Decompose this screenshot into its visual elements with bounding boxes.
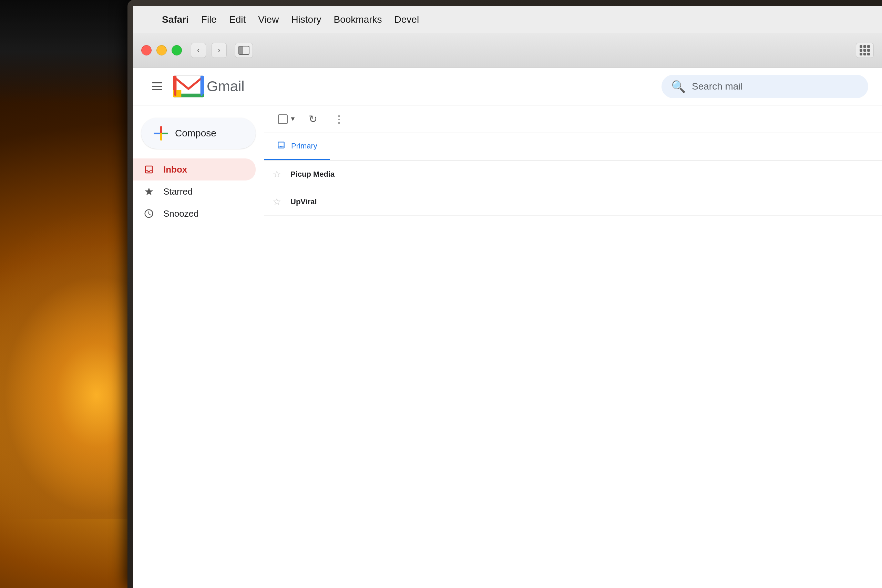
more-options-button[interactable]: ⋮ (330, 110, 348, 128)
email-sender: UpViral (291, 197, 387, 206)
compose-label: Compose (175, 128, 216, 139)
gmail-tabs: Primary (264, 133, 882, 160)
starred-icon: ★ (142, 185, 155, 198)
forward-icon: › (218, 46, 220, 55)
sidebar-item-snoozed[interactable]: Snoozed (133, 202, 256, 225)
menubar-bookmarks[interactable]: Bookmarks (328, 12, 388, 27)
sidebar-item-starred[interactable]: ★ Starred (133, 180, 256, 202)
search-bar[interactable]: 🔍 Search mail (662, 75, 868, 98)
refresh-icon: ↻ (309, 113, 317, 125)
grid-icon (860, 45, 870, 56)
screen: Safari File Edit View History Bookmarks … (133, 6, 882, 588)
forward-button[interactable]: › (212, 43, 227, 58)
gmail-main-panel: ▼ ↻ ⋮ Primary (264, 105, 882, 588)
fullscreen-window-button[interactable] (172, 45, 182, 56)
snoozed-label: Snoozed (163, 208, 199, 219)
gmail-m-icon (173, 74, 204, 99)
close-window-button[interactable] (141, 45, 152, 56)
minimize-window-button[interactable] (156, 45, 167, 56)
email-row[interactable]: ☆ Picup Media (264, 160, 882, 188)
gmail-brand-text: Gmail (207, 78, 244, 95)
traffic-lights (141, 45, 182, 56)
more-icon: ⋮ (334, 113, 345, 125)
svg-rect-4 (173, 90, 181, 97)
primary-tab-label: Primary (291, 142, 317, 150)
search-placeholder-text: Search mail (692, 81, 743, 92)
search-icon: 🔍 (671, 80, 686, 93)
inbox-icon (142, 163, 155, 176)
browser-chrome: ‹ › (133, 33, 882, 68)
tab-primary[interactable]: Primary (264, 133, 330, 160)
star-icon[interactable]: ☆ (273, 168, 285, 180)
email-row[interactable]: ☆ UpViral (264, 188, 882, 216)
compose-plus-icon (154, 126, 168, 141)
gmail-app: Gmail 🔍 Search mail (133, 68, 882, 588)
sidebar-item-inbox[interactable]: Inbox (133, 159, 256, 180)
hamburger-menu-button[interactable] (147, 76, 168, 97)
starred-label: Starred (163, 186, 193, 197)
menubar: Safari File Edit View History Bookmarks … (133, 6, 882, 33)
menubar-safari[interactable]: Safari (156, 12, 195, 27)
menubar-edit[interactable]: Edit (223, 12, 252, 27)
hamburger-line (152, 86, 162, 87)
menubar-history[interactable]: History (285, 12, 327, 27)
hamburger-line (152, 82, 162, 83)
sidebar-toggle-button[interactable] (235, 43, 253, 58)
menubar-file[interactable]: File (195, 12, 223, 27)
hamburger-line (152, 89, 162, 90)
compose-button[interactable]: Compose (141, 118, 256, 149)
back-icon: ‹ (197, 46, 200, 55)
back-button[interactable]: ‹ (191, 43, 206, 58)
inbox-label: Inbox (163, 164, 187, 175)
select-all-checkbox-area[interactable]: ▼ (278, 114, 296, 124)
sidebar-toggle-icon (238, 46, 249, 55)
gmail-toolbar: ▼ ↻ ⋮ (264, 105, 882, 133)
gmail-sidebar: Compose Inbox ★ Starred (133, 105, 264, 588)
select-all-checkbox[interactable] (278, 114, 288, 124)
gmail-logo: Gmail (173, 74, 244, 99)
gmail-header: Gmail 🔍 Search mail (133, 68, 882, 105)
email-sender: Picup Media (291, 170, 387, 179)
snoozed-icon (142, 207, 155, 220)
refresh-button[interactable]: ↻ (304, 110, 322, 128)
menubar-devel[interactable]: Devel (388, 12, 426, 27)
primary-tab-icon (277, 141, 286, 152)
menubar-view[interactable]: View (252, 12, 285, 27)
select-dropdown-arrow[interactable]: ▼ (290, 116, 296, 123)
star-icon[interactable]: ☆ (273, 196, 285, 207)
tabs-overview-button[interactable] (856, 43, 874, 58)
